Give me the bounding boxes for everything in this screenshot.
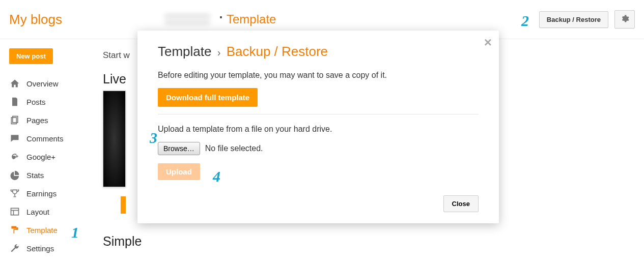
house-icon xyxy=(9,78,20,89)
new-post-button[interactable]: New post xyxy=(9,48,53,64)
gear-icon xyxy=(620,14,629,25)
divider xyxy=(158,114,479,114)
wrench-icon xyxy=(9,243,20,253)
page-name: Template xyxy=(227,12,276,26)
modal-breadcrumb-root: Template xyxy=(158,44,212,59)
sidebar-item-googleplus[interactable]: Google+ xyxy=(9,148,103,166)
upload-button[interactable]: Upload xyxy=(158,163,200,180)
sidebar-item-label: Template xyxy=(26,226,58,235)
blog-name-redacted xyxy=(164,14,210,25)
simple-heading: Simple xyxy=(103,234,644,249)
modal-breadcrumb-current: Backup / Restore xyxy=(227,44,328,59)
document-icon xyxy=(9,97,20,107)
orange-strip xyxy=(121,196,126,214)
brand-title[interactable]: My blogs xyxy=(9,12,103,27)
sidebar-item-template[interactable]: Template xyxy=(9,221,103,239)
sidebar-item-label: Posts xyxy=(26,98,46,106)
chevron-right-icon: › xyxy=(217,47,221,58)
backup-restore-modal: × Template › Backup / Restore Before edi… xyxy=(137,31,499,223)
sidebar-item-label: Overview xyxy=(26,79,59,88)
download-template-button[interactable]: Download full template xyxy=(158,88,258,107)
modal-title: Template › Backup / Restore xyxy=(158,44,479,60)
settings-button[interactable] xyxy=(614,10,635,28)
trophy-icon xyxy=(9,188,20,198)
modal-close-footer-button[interactable]: Close xyxy=(443,195,479,212)
sidebar-item-label: Comments xyxy=(26,134,64,143)
paintroller-icon xyxy=(9,225,20,235)
sidebar-item-label: Pages xyxy=(26,116,48,125)
modal-close-button[interactable]: × xyxy=(484,36,492,49)
sidebar-item-label: Settings xyxy=(26,244,54,253)
sidebar-item-label: Google+ xyxy=(26,153,55,161)
sidebar-item-earnings[interactable]: Earnings xyxy=(9,184,103,202)
sidebar-item-label: Stats xyxy=(26,171,44,180)
sidebar-item-comments[interactable]: Comments xyxy=(9,129,103,148)
pages-icon xyxy=(9,115,20,125)
comment-icon xyxy=(9,133,20,143)
svg-rect-2 xyxy=(11,208,19,215)
close-icon: × xyxy=(484,35,492,50)
browse-button[interactable]: Browse… xyxy=(158,142,200,155)
layout-icon xyxy=(9,207,20,217)
sidebar-item-settings[interactable]: Settings xyxy=(9,239,103,257)
sidebar-item-stats[interactable]: Stats xyxy=(9,166,103,184)
file-selection-status: No file selected. xyxy=(205,144,263,153)
sidebar-item-label: Earnings xyxy=(26,189,57,198)
sidebar-item-posts[interactable]: Posts xyxy=(9,93,103,111)
sidebar-item-overview[interactable]: Overview xyxy=(9,74,103,93)
googleplus-icon xyxy=(9,152,20,162)
upload-instruction-text: Upload a template from a file on your ha… xyxy=(158,125,479,134)
piechart-icon xyxy=(9,170,20,180)
backup-restore-button[interactable]: Backup / Restore xyxy=(539,11,608,28)
live-preview-thumbnail[interactable] xyxy=(103,91,126,187)
sidebar-item-layout[interactable]: Layout xyxy=(9,202,103,221)
modal-copy-text: Before editing your template, you may wa… xyxy=(158,71,479,80)
sidebar-item-label: Layout xyxy=(26,208,49,216)
sidebar: New post Overview Posts Pages Comments G… xyxy=(0,39,103,257)
sidebar-item-pages[interactable]: Pages xyxy=(9,111,103,129)
